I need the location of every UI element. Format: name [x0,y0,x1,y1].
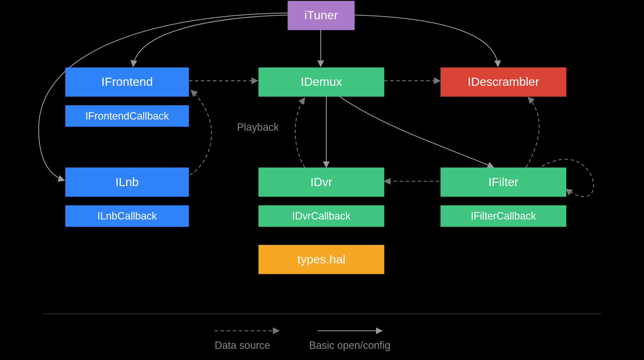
edge-label-playback: Playback [237,121,279,133]
node-ilnb: ILnb [65,168,189,197]
legend-basic-open-config: Basic open/config [309,339,391,352]
diagram-container: iTuner IFrontend IFrontendCallback ILnb … [0,0,644,360]
text: Playback [237,121,279,133]
legend-data-source: Data source [215,339,270,352]
edge-ituner-ifrontend [133,15,288,67]
edge-ilnb-ifrontend [185,90,212,178]
node-label: IFilter [488,175,518,189]
node-ifiltercallback: IFilterCallback [440,205,566,227]
node-idvr: IDvr [259,168,384,197]
node-label: iTuner [304,8,338,22]
node-ifrontend: IFrontend [65,68,189,97]
node-idescrambler: IDescrambler [440,68,566,97]
node-label: IDvrCallback [292,210,351,222]
node-typeshal: types.hal [259,245,384,274]
node-ituner: iTuner [288,1,354,30]
node-label: IDvr [310,175,332,189]
node-idemux: IDemux [259,68,384,97]
edge-ituner-idescrambler [355,15,498,67]
node-label: types.hal [297,253,346,266]
node-label: IDescrambler [468,75,539,89]
text: Basic open/config [309,339,391,351]
legend-divider [43,314,601,314]
node-label: IDemux [301,75,342,89]
text: Data source [215,339,270,351]
edge-ifilter-idescrambler [526,97,539,168]
node-ifrontendcallback: IFrontendCallback [65,105,189,127]
node-label: IFilterCallback [471,210,536,222]
edge-idemux-ifilter [339,96,494,168]
node-ifilter: IFilter [440,168,566,197]
node-label: IFrontend [101,75,153,89]
node-label: IFrontendCallback [85,110,169,122]
edge-idvr-idemux [295,98,305,168]
node-idvrcallback: IDvrCallback [259,205,384,227]
node-label: ILnbCallback [97,210,157,222]
node-label: ILnb [115,175,139,189]
node-ilnbcallback: ILnbCallback [65,205,189,227]
